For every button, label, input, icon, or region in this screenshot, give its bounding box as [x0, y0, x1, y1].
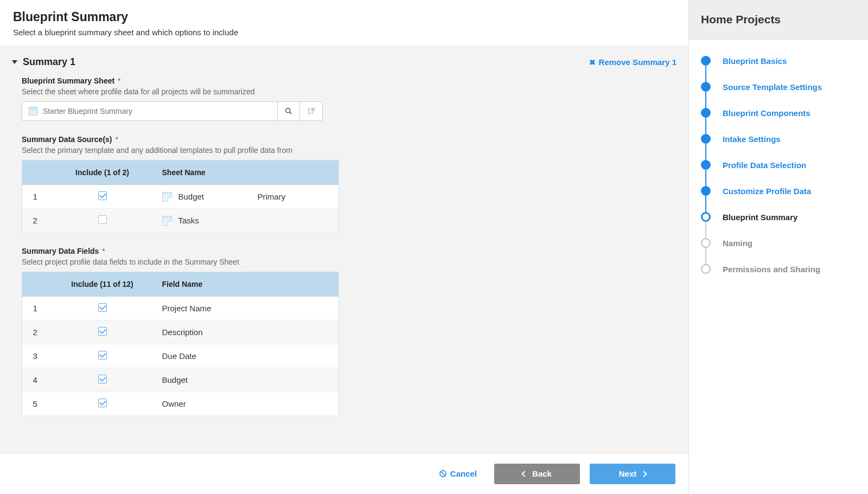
field-name: Due Date [157, 344, 339, 368]
sheet-icon [29, 107, 37, 116]
sheet-icon [162, 216, 172, 226]
next-button[interactable]: Next [590, 464, 675, 484]
sheet-name-input[interactable] [43, 107, 271, 116]
field-name: Owner [157, 392, 339, 416]
sidebar-header: Home Projects [689, 0, 868, 40]
row-number: 1 [22, 185, 48, 209]
sources-table: Include (1 of 2) Sheet Name 1BudgetPrima… [22, 160, 339, 233]
table-row: 1BudgetPrimary [22, 185, 339, 209]
sheet-name: Tasks [178, 216, 199, 225]
chevron-left-icon [521, 471, 527, 477]
sheet-name-cell: Tasks [162, 216, 247, 226]
sources-col-include: Include (1 of 2) [48, 161, 157, 185]
wizard-step[interactable]: Customize Profile Data [701, 186, 856, 212]
sheet-picker [22, 101, 323, 121]
row-number: 2 [22, 320, 48, 344]
summary-collapse-toggle[interactable]: Summary 1 [12, 56, 75, 68]
svg-line-4 [441, 472, 445, 476]
step-label: Intake Settings [723, 134, 781, 144]
table-row: 2Tasks [22, 209, 339, 233]
summary-panel-title: Summary 1 [23, 56, 75, 68]
fields-table: Include (11 of 12) Field Name 1Project N… [22, 272, 339, 416]
field-name: Budget [157, 368, 339, 392]
remove-summary-link[interactable]: ✖ Remove Summary 1 [589, 57, 676, 67]
row-number: 3 [22, 344, 48, 368]
required-marker: * [102, 247, 105, 255]
svg-line-1 [290, 112, 291, 114]
sources-field-help: Select the primary template and any addi… [22, 146, 676, 155]
summary-sheet-section: Blueprint Summary Sheet * Select the she… [22, 76, 676, 121]
sheet-input-wrapper[interactable] [22, 101, 277, 121]
step-dot-icon [701, 186, 711, 196]
search-icon [284, 107, 293, 116]
wizard-step[interactable]: Profile Data Selection [701, 160, 856, 186]
include-checkbox[interactable] [98, 303, 107, 312]
source-status [252, 209, 339, 233]
page-title: Blueprint Summary [13, 10, 675, 24]
wizard-step[interactable]: Source Template Settings [701, 82, 856, 108]
include-checkbox[interactable] [98, 351, 107, 360]
wizard-footer: Cancel Back Next [0, 453, 688, 494]
sheet-name: Budget [178, 192, 205, 201]
table-row: 4Budget [22, 368, 339, 392]
step-dot-icon [701, 134, 711, 144]
table-row: 5Owner [22, 392, 339, 416]
step-dot-icon [701, 212, 711, 222]
field-name: Project Name [157, 297, 339, 320]
page-header: Blueprint Summary Select a blueprint sum… [0, 0, 688, 46]
back-button[interactable]: Back [494, 464, 580, 484]
content-area[interactable]: Summary 1 ✖ Remove Summary 1 Blueprint S… [0, 46, 688, 453]
cancel-icon [439, 470, 447, 478]
step-label: Blueprint Summary [723, 213, 797, 222]
step-dot-icon [701, 238, 711, 248]
include-checkbox[interactable] [98, 215, 107, 224]
step-dot-icon [701, 108, 711, 118]
required-marker: * [115, 135, 118, 144]
data-sources-section: Summary Data Source(s) * Select the prim… [22, 135, 676, 233]
close-icon: ✖ [589, 58, 596, 67]
row-number: 2 [22, 209, 48, 233]
next-label: Next [619, 469, 637, 478]
sheet-name-cell: Budget [162, 192, 247, 202]
step-dot-icon [701, 160, 711, 170]
search-sheet-button[interactable] [277, 101, 300, 121]
sources-col-name: Sheet Name [157, 161, 252, 185]
remove-summary-label: Remove Summary 1 [599, 57, 676, 67]
wizard-step[interactable]: Permissions and Sharing [701, 264, 856, 274]
wizard-step[interactable]: Blueprint Summary [701, 212, 856, 238]
step-label: Permissions and Sharing [723, 265, 820, 274]
fields-field-label: Summary Data Fields [22, 247, 99, 255]
sources-field-label: Summary Data Source(s) [22, 135, 112, 144]
wizard-step[interactable]: Blueprint Basics [701, 56, 856, 82]
table-row: 3Due Date [22, 344, 339, 368]
external-link-icon [307, 107, 316, 116]
include-checkbox[interactable] [98, 399, 107, 407]
step-label: Blueprint Basics [723, 56, 787, 66]
page-subtitle: Select a blueprint summary sheet and whi… [13, 28, 675, 37]
row-number: 5 [22, 392, 48, 416]
fields-col-include: Include (11 of 12) [48, 272, 157, 297]
cancel-button[interactable]: Cancel [439, 469, 477, 478]
step-dot-icon [701, 82, 711, 92]
sidebar-title: Home Projects [701, 13, 856, 26]
table-row: 2Description [22, 320, 339, 344]
main-column: Blueprint Summary Select a blueprint sum… [0, 0, 689, 494]
wizard-step[interactable]: Naming [701, 238, 856, 264]
cancel-label: Cancel [450, 469, 477, 478]
include-checkbox[interactable] [98, 375, 107, 383]
wizard-step[interactable]: Intake Settings [701, 134, 856, 160]
fields-field-help: Select project profile data fields to in… [22, 258, 676, 266]
svg-point-0 [286, 108, 290, 113]
back-label: Back [532, 469, 552, 478]
open-sheet-button[interactable] [300, 101, 323, 121]
step-dot-icon [701, 56, 711, 66]
include-checkbox[interactable] [98, 191, 107, 200]
wizard-sidebar: Home Projects Blueprint BasicsSource Tem… [689, 0, 868, 494]
step-label: Naming [723, 239, 752, 248]
step-dot-icon [701, 264, 711, 274]
include-checkbox[interactable] [98, 327, 107, 336]
source-status: Primary [252, 185, 339, 209]
row-number: 1 [22, 297, 48, 320]
fields-col-name: Field Name [157, 272, 339, 297]
wizard-step[interactable]: Blueprint Components [701, 108, 856, 134]
